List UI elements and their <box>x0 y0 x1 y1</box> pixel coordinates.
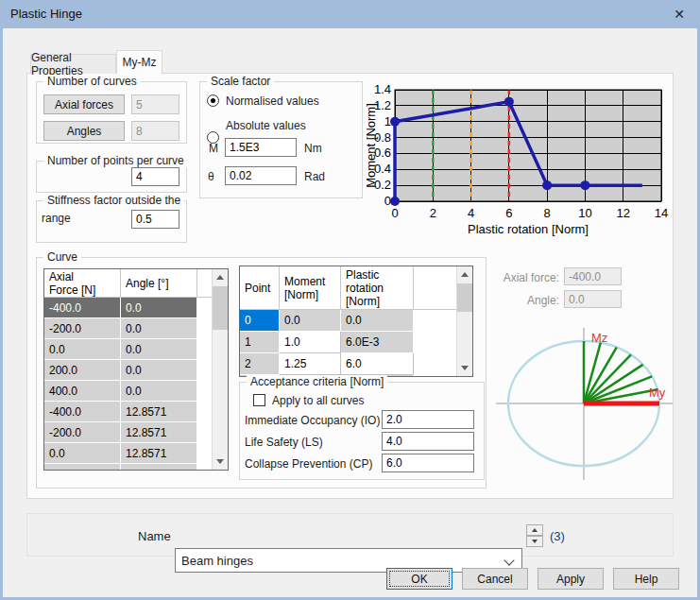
window-border-left <box>0 28 3 597</box>
group-legend: Number of curves <box>43 75 141 88</box>
tab-label: My-Mz <box>123 56 157 69</box>
axial-force-value-field: -400.0 <box>564 267 622 285</box>
svg-text:14: 14 <box>655 206 668 220</box>
svg-text:4: 4 <box>468 206 474 220</box>
name-combobox-value: Beam hinges <box>181 554 253 568</box>
close-button[interactable]: ✕ <box>661 0 697 28</box>
group-legend: Scale factor <box>207 75 274 88</box>
close-icon: ✕ <box>674 7 685 22</box>
group-legend: Number of points per curve <box>43 154 188 167</box>
svg-text:10: 10 <box>578 206 591 220</box>
group-legend: Stiffness factor outside the <box>43 194 184 207</box>
acceptance-criteria-group: Acceptance criteria [Norm] <box>239 382 485 480</box>
stiffness-factor-group: Stiffness factor outside the <box>36 200 187 243</box>
svg-text:0: 0 <box>384 194 391 208</box>
angle-value-field: 0.0 <box>564 290 622 308</box>
number-of-curves-group: Number of curves <box>36 81 187 144</box>
svg-text:12: 12 <box>616 206 629 220</box>
name-spinner <box>526 524 543 547</box>
svg-text:1.4: 1.4 <box>374 82 391 96</box>
name-label: Name <box>138 529 171 543</box>
hinge-count-badge: (3) <box>550 529 565 543</box>
apply-button[interactable]: Apply <box>538 568 604 590</box>
angle-label: Angle: <box>491 294 559 307</box>
arrow-up-icon <box>532 528 538 532</box>
spinner-up-button[interactable] <box>526 524 543 536</box>
ok-button[interactable]: OK <box>386 568 452 590</box>
svg-text:1: 1 <box>384 114 391 129</box>
scale-factor-group: Scale factor <box>199 81 363 198</box>
svg-text:Mz: Mz <box>591 331 607 345</box>
svg-text:My: My <box>649 386 666 400</box>
chevron-down-icon <box>504 555 514 565</box>
title-bar[interactable]: Plastic Hinge ✕ <box>0 0 700 28</box>
plastic-hinge-dialog: Plastic Hinge ✕ General Properties My-Mz… <box>0 0 700 600</box>
tab-general-properties[interactable]: General Properties <box>30 54 116 74</box>
tab-label: General Properties <box>31 51 115 77</box>
help-button[interactable]: Help <box>613 568 679 590</box>
my-mz-interaction-diagram: MzMy <box>496 319 680 488</box>
arrow-down-icon <box>532 540 538 543</box>
moment-rotation-chart: 0246810121400.20.40.60.811.21.4Plastic r… <box>367 77 674 240</box>
svg-text:Moment [Norm]: Moment [Norm] <box>367 103 378 188</box>
svg-text:6: 6 <box>505 206 512 220</box>
cancel-button[interactable]: Cancel <box>462 568 528 590</box>
svg-text:8: 8 <box>544 206 551 220</box>
axial-force-label: Axial force: <box>491 271 559 284</box>
svg-text:Plastic rotation [Norm]: Plastic rotation [Norm] <box>468 222 589 236</box>
svg-text:0: 0 <box>391 206 398 220</box>
spinner-down-button[interactable] <box>526 536 543 547</box>
svg-text:2: 2 <box>430 206 436 220</box>
group-legend: Acceptance criteria [Norm] <box>247 375 387 388</box>
tab-my-mz[interactable]: My-Mz <box>116 50 162 74</box>
group-legend: Curve <box>43 250 81 264</box>
window-title: Plastic Hinge <box>10 7 82 21</box>
points-per-curve-group: Number of points per curve <box>36 161 187 193</box>
